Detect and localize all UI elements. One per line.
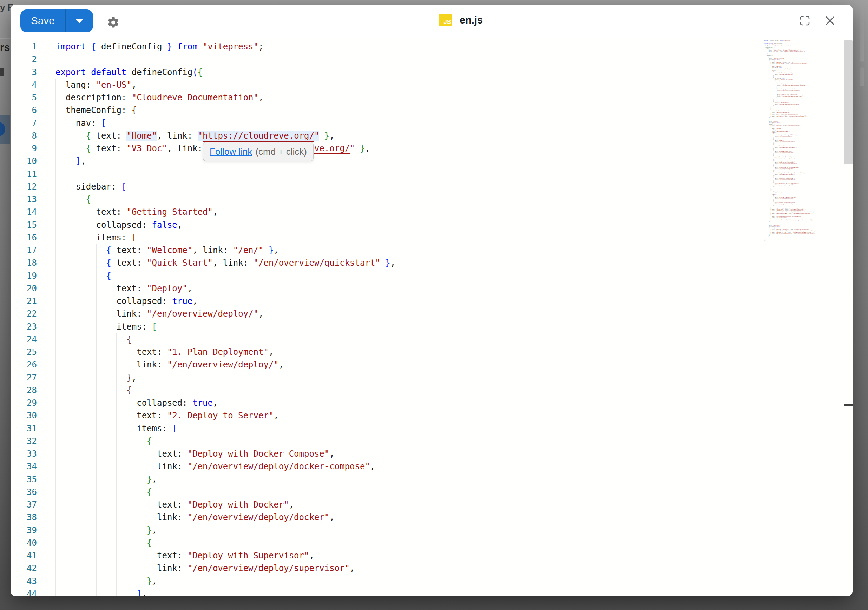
code-line[interactable]: 33 text: "Deploy with Docker Compose", — [11, 447, 764, 460]
line-number[interactable]: 40 — [11, 537, 37, 549]
line-number[interactable]: 22 — [11, 308, 37, 320]
line-number[interactable]: 18 — [11, 257, 37, 269]
code-line[interactable]: 29 collapsed: true, — [11, 396, 764, 409]
code-line[interactable]: 2 — [11, 53, 764, 66]
line-number[interactable]: 28 — [11, 384, 37, 396]
code-line[interactable]: 40 { — [11, 537, 764, 549]
fullscreen-button[interactable] — [798, 14, 811, 27]
code-line[interactable]: 19 { — [11, 269, 764, 282]
line-number[interactable]: 8 — [11, 130, 37, 142]
editor[interactable]: 1import { defineConfig } from "vitepress… — [11, 39, 852, 596]
line-number[interactable]: 23 — [11, 320, 37, 333]
code-line[interactable]: 42 link: "/en/overview/deploy/supervisor… — [11, 562, 764, 574]
code-line[interactable]: 44 ], — [11, 588, 764, 596]
line-number[interactable]: 43 — [11, 575, 37, 588]
code-text: items: [ — [37, 422, 764, 435]
save-button[interactable]: Save — [20, 9, 65, 32]
line-number[interactable]: 14 — [11, 206, 37, 218]
line-number[interactable]: 9 — [11, 142, 37, 155]
line-number[interactable]: 13 — [11, 193, 37, 206]
code-line[interactable]: 23 items: [ — [11, 320, 764, 333]
code-line[interactable]: 17 { text: "Welcome", link: "/en/" }, — [11, 244, 764, 257]
code-line[interactable]: 15 collapsed: false, — [11, 219, 764, 231]
line-number[interactable]: 29 — [11, 396, 37, 409]
line-number[interactable]: 25 — [11, 346, 37, 358]
code-line[interactable]: 35 }, — [11, 473, 764, 486]
line-number[interactable]: 30 — [11, 409, 37, 422]
line-number[interactable]: 12 — [11, 180, 37, 193]
line-number[interactable]: 4 — [11, 79, 37, 91]
code-line[interactable]: 25 text: "1. Plan Deployment", — [11, 346, 764, 358]
code-line[interactable]: 14 text: "Getting Started", — [11, 206, 764, 218]
line-number[interactable]: 42 — [11, 562, 37, 574]
line-number[interactable]: 6 — [11, 104, 37, 116]
line-number[interactable]: 34 — [11, 460, 37, 473]
line-number[interactable]: 2 — [11, 53, 37, 66]
code-line[interactable]: 1import { defineConfig } from "vitepress… — [11, 40, 764, 53]
line-number[interactable]: 16 — [11, 231, 37, 244]
code-line[interactable]: 18 { text: "Quick Start", link: "/en/ove… — [11, 257, 764, 269]
code-line[interactable]: 27 }, — [11, 372, 764, 384]
line-number[interactable]: 7 — [11, 117, 37, 130]
code-line[interactable]: 31 items: [ — [11, 422, 764, 435]
code-line[interactable]: 21 collapsed: true, — [11, 295, 764, 308]
line-number[interactable]: 35 — [11, 473, 37, 486]
line-number[interactable]: 38 — [11, 511, 37, 524]
line-number[interactable]: 3 — [11, 66, 37, 79]
settings-button[interactable] — [106, 16, 120, 29]
code-line[interactable]: 5 description: "Cloudreve Documentation"… — [11, 91, 764, 104]
code-line[interactable]: 36 { — [11, 486, 764, 499]
line-number[interactable]: 21 — [11, 295, 37, 308]
code-line[interactable]: 9 { text: "V3 Doc", link: "https://docs.… — [11, 142, 764, 155]
code-line[interactable]: 37 text: "Deploy with Docker", — [11, 499, 764, 511]
line-number[interactable]: 31 — [11, 422, 37, 435]
line-number[interactable]: 1 — [11, 40, 37, 53]
code-line[interactable]: 12 sidebar: [ — [11, 180, 764, 193]
code-line[interactable]: 26 link: "/en/overview/deploy/", — [11, 358, 764, 371]
code-line[interactable]: 34 link: "/en/overview/deploy/docker-com… — [11, 460, 764, 473]
code-line[interactable]: 3export default defineConfig({ — [11, 66, 764, 79]
code-line[interactable]: 38 link: "/en/overview/deploy/docker", — [11, 511, 764, 524]
line-number[interactable]: 37 — [11, 499, 37, 511]
code-line[interactable]: 7 nav: [ — [11, 117, 764, 130]
code-line[interactable]: 22 link: "/en/overview/deploy/", — [11, 308, 764, 320]
line-number[interactable]: 10 — [11, 155, 37, 167]
save-dropdown-button[interactable] — [66, 9, 93, 32]
scrollbar-thumb[interactable] — [844, 40, 852, 164]
code-line[interactable]: 6 themeConfig: { — [11, 104, 764, 116]
save-split-button[interactable]: Save — [20, 9, 93, 32]
line-number[interactable]: 26 — [11, 358, 37, 371]
line-number[interactable]: 5 — [11, 91, 37, 104]
line-number[interactable]: 33 — [11, 447, 37, 460]
code-line[interactable]: 20 text: "Deploy", — [11, 282, 764, 295]
code-line[interactable]: 8 { text: "Home", link: "https://cloudre… — [11, 130, 764, 142]
close-button[interactable] — [824, 14, 836, 27]
line-number[interactable]: 41 — [11, 549, 37, 562]
line-number[interactable]: 15 — [11, 219, 37, 231]
code-lines[interactable]: 1import { defineConfig } from "vitepress… — [11, 40, 764, 596]
line-number[interactable]: 11 — [11, 168, 37, 180]
line-number[interactable]: 36 — [11, 486, 37, 499]
code-line[interactable]: 39 }, — [11, 524, 764, 537]
minimap[interactable]: import { defineConfig } from "vitepress"… — [764, 40, 843, 251]
line-number[interactable]: 19 — [11, 269, 37, 282]
code-line[interactable]: 16 items: [ — [11, 231, 764, 244]
code-line[interactable]: 13 { — [11, 193, 764, 206]
line-number[interactable]: 20 — [11, 282, 37, 295]
code-line[interactable]: 4 lang: "en-US", — [11, 79, 764, 91]
line-number[interactable]: 39 — [11, 524, 37, 537]
line-number[interactable]: 44 — [11, 588, 37, 596]
code-line[interactable]: 10 ], — [11, 155, 764, 167]
code-line[interactable]: 32 { — [11, 435, 764, 447]
code-line[interactable]: 41 text: "Deploy with Supervisor", — [11, 549, 764, 562]
code-line[interactable]: 28 { — [11, 384, 764, 396]
code-line[interactable]: 24 { — [11, 333, 764, 346]
code-line[interactable]: 11 — [11, 168, 764, 180]
line-number[interactable]: 27 — [11, 372, 37, 384]
line-number[interactable]: 17 — [11, 244, 37, 257]
line-number[interactable]: 24 — [11, 333, 37, 346]
line-number[interactable]: 32 — [11, 435, 37, 447]
follow-link[interactable]: Follow link — [209, 146, 252, 157]
code-line[interactable]: 30 text: "2. Deploy to Server", — [11, 409, 764, 422]
code-line[interactable]: 43 }, — [11, 575, 764, 588]
